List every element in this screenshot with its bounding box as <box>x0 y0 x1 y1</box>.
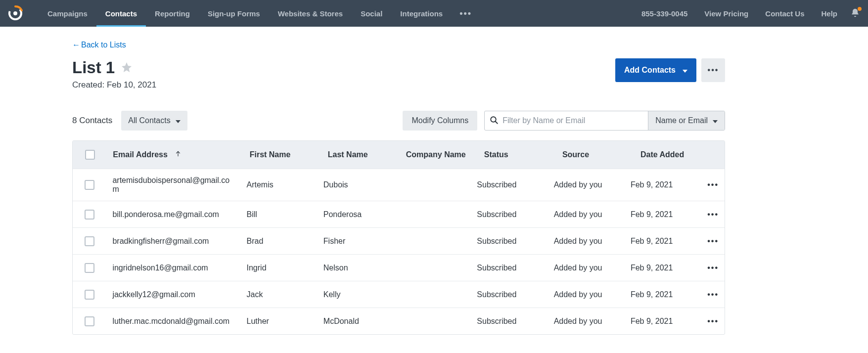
table-row[interactable]: bradkingfisherr@gmail.comBradFisherSubsc… <box>73 227 725 254</box>
nav-item-campaigns[interactable]: Campaigns <box>39 0 96 27</box>
cell-date: Feb 9, 2021 <box>625 264 701 272</box>
cell-status: Subscribed <box>471 290 548 299</box>
col-status[interactable]: Status <box>478 150 556 159</box>
modify-columns-label: Modify Columns <box>411 116 468 125</box>
cell-first-name: Artemis <box>241 180 318 189</box>
select-all-checkbox[interactable] <box>85 150 95 160</box>
row-checkbox[interactable] <box>85 263 94 273</box>
cell-source: Added by you <box>548 210 625 219</box>
col-company[interactable]: Company Name <box>400 150 478 159</box>
cell-date: Feb 9, 2021 <box>625 290 701 299</box>
logo[interactable] <box>6 4 25 23</box>
help-link[interactable]: Help <box>821 9 837 18</box>
table-row[interactable]: ingridnelson16@gmail.comIngridNelsonSubs… <box>73 254 725 281</box>
cell-email: jackkelly12@gmail.com <box>106 290 240 299</box>
cell-first-name: Ingrid <box>241 264 318 272</box>
page-title: List 1 <box>72 58 156 77</box>
cell-email: artemisduboispersonal@gmail.com <box>106 176 240 194</box>
row-actions-icon[interactable]: ••• <box>707 317 719 326</box>
search: Name or Email <box>484 111 725 131</box>
more-actions-button[interactable]: ••• <box>701 58 725 82</box>
col-email-label: Email Address <box>113 150 168 159</box>
cell-last-name: Ponderosa <box>318 210 394 219</box>
row-checkbox[interactable] <box>85 210 94 220</box>
row-actions-icon[interactable]: ••• <box>707 290 719 299</box>
table-row[interactable]: luther.mac.mcdonald@gmail.comLutherMcDon… <box>73 308 725 334</box>
chevron-down-icon <box>683 66 687 75</box>
cell-date: Feb 9, 2021 <box>625 317 701 326</box>
cell-date: Feb 9, 2021 <box>625 237 701 246</box>
main-nav: CampaignsContactsReportingSign-up FormsW… <box>39 0 452 27</box>
page: ← Back to Lists List 1 Created: Feb 10, … <box>72 27 755 335</box>
view-pricing-link[interactable]: View Pricing <box>704 9 748 18</box>
search-select-label: Name or Email <box>655 116 708 125</box>
phone-link[interactable]: 855-339-0045 <box>641 9 687 18</box>
search-input[interactable] <box>503 116 643 125</box>
table-row[interactable]: bill.ponderosa.me@gmail.comBillPonderosa… <box>73 201 725 227</box>
col-last-name[interactable]: Last Name <box>322 150 400 159</box>
arrow-left-icon: ← <box>72 41 80 49</box>
cell-email: luther.mac.mcdonald@gmail.com <box>106 317 240 326</box>
modify-columns-button[interactable]: Modify Columns <box>403 111 477 131</box>
nav-item-social[interactable]: Social <box>352 0 391 27</box>
table-row[interactable]: jackkelly12@gmail.comJackKellySubscribed… <box>73 281 725 308</box>
row-checkbox[interactable] <box>85 180 94 190</box>
cell-last-name: Nelson <box>318 264 394 272</box>
cell-first-name: Brad <box>241 237 318 246</box>
nav-item-integrations[interactable]: Integrations <box>391 0 452 27</box>
cell-source: Added by you <box>548 264 625 272</box>
row-checkbox[interactable] <box>85 236 94 246</box>
cell-first-name: Jack <box>241 290 318 299</box>
add-contacts-button[interactable]: Add Contacts <box>615 58 696 82</box>
contacts-table: Email Address First Name Last Name Compa… <box>72 140 725 335</box>
svg-point-1 <box>13 11 17 15</box>
add-contacts-label: Add Contacts <box>624 66 676 75</box>
back-label: Back to Lists <box>81 41 126 49</box>
col-email[interactable]: Email Address <box>107 150 243 159</box>
nav-item-contacts[interactable]: Contacts <box>96 0 146 27</box>
col-first-name[interactable]: First Name <box>244 150 322 159</box>
cell-date: Feb 9, 2021 <box>625 180 701 189</box>
cell-last-name: Fisher <box>318 237 394 246</box>
contact-us-link[interactable]: Contact Us <box>765 9 804 18</box>
row-checkbox[interactable] <box>85 316 94 326</box>
cell-source: Added by you <box>548 180 625 189</box>
nav-item-websites-stores[interactable]: Websites & Stores <box>269 0 352 27</box>
col-date-added[interactable]: Date Added <box>635 150 713 159</box>
cell-status: Subscribed <box>471 210 548 219</box>
row-checkbox[interactable] <box>85 290 94 300</box>
cell-status: Subscribed <box>471 264 548 272</box>
search-icon <box>490 116 499 126</box>
row-actions-icon[interactable]: ••• <box>707 237 719 246</box>
cell-last-name: Kelly <box>318 290 394 299</box>
row-actions-icon[interactable]: ••• <box>707 210 719 219</box>
nav-item-sign-up-forms[interactable]: Sign-up Forms <box>199 0 269 27</box>
topbar: CampaignsContactsReportingSign-up FormsW… <box>0 0 868 27</box>
cell-status: Subscribed <box>471 180 548 189</box>
cell-email: bradkingfisherr@gmail.com <box>106 237 240 246</box>
cell-first-name: Bill <box>241 210 318 219</box>
cell-last-name: McDonald <box>318 317 394 326</box>
table-row[interactable]: artemisduboispersonal@gmail.comArtemisDu… <box>73 169 725 201</box>
star-icon[interactable] <box>121 58 133 77</box>
cell-last-name: Dubois <box>318 180 394 189</box>
search-field-select[interactable]: Name or Email <box>648 111 725 130</box>
cell-status: Subscribed <box>471 317 548 326</box>
row-actions-icon[interactable]: ••• <box>707 264 719 272</box>
list-title: List 1 <box>72 58 115 77</box>
notifications-icon[interactable] <box>850 8 860 19</box>
row-actions-icon[interactable]: ••• <box>707 180 719 189</box>
back-to-lists-link[interactable]: ← Back to Lists <box>72 41 725 49</box>
table-header: Email Address First Name Last Name Compa… <box>73 141 725 169</box>
toolbar: 8 Contacts All Contacts Modify Columns N… <box>72 111 725 131</box>
nav-item-reporting[interactable]: Reporting <box>146 0 199 27</box>
table-body: artemisduboispersonal@gmail.comArtemisDu… <box>73 169 725 334</box>
col-source[interactable]: Source <box>556 150 635 159</box>
dots-icon: ••• <box>708 66 719 75</box>
chevron-down-icon <box>713 116 718 125</box>
chevron-down-icon <box>176 116 181 125</box>
filter-dropdown[interactable]: All Contacts <box>121 111 187 131</box>
cell-status: Subscribed <box>471 237 548 246</box>
cell-email: ingridnelson16@gmail.com <box>106 264 240 272</box>
nav-more-icon[interactable]: ••• <box>452 0 480 27</box>
